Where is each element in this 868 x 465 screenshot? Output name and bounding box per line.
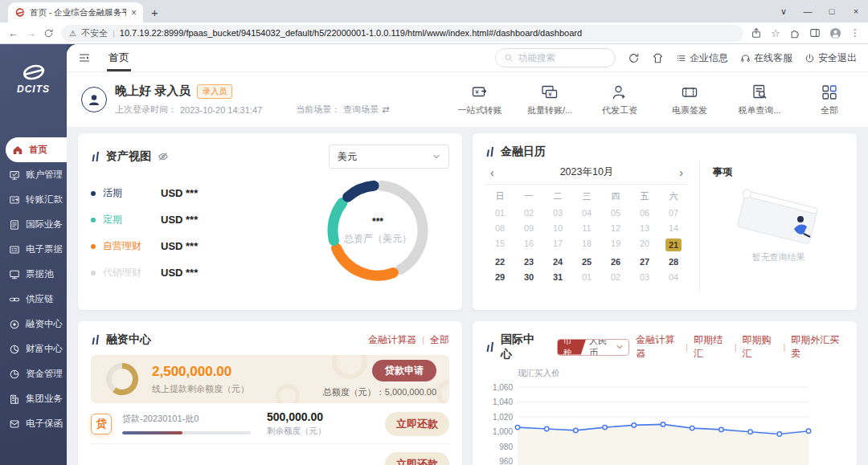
tab-home[interactable]: 首页 [107,44,131,71]
finance-calculator-link[interactable]: 金融计算器 [368,333,416,347]
intl-link-1[interactable]: 即期结汇 [694,333,729,361]
calendar-day[interactable]: 22 [485,257,514,267]
sidebar-item-group[interactable]: 集团业务 [0,386,67,411]
calendar-day[interactable]: 15 [485,239,514,251]
calendar-day[interactable]: 13 [630,223,659,233]
window-close-icon[interactable]: × [844,0,868,22]
function-search[interactable] [495,48,616,67]
calendar-day[interactable]: 05 [601,208,630,218]
calendar-day[interactable]: 04 [659,272,688,282]
refresh-icon[interactable] [628,52,640,64]
sidebar-item-accounts[interactable]: 账户管理 [0,162,67,187]
sidebar-item-bill-pool[interactable]: 票据池 [0,262,67,287]
calendar-day[interactable]: 07 [659,208,688,218]
calendar-day[interactable]: 08 [485,223,514,233]
financing-all-link[interactable]: 全部 [430,333,449,347]
loan-row-partial: 立即还款 [91,444,449,465]
sidebar-item-wealth[interactable]: 财富中心 [0,337,67,361]
calendar-day[interactable]: 01 [572,272,601,282]
sidebar-item-ebill[interactable]: 电子票据 [0,237,67,262]
sidebar-item-financing[interactable]: 融资中心 [0,312,67,337]
sidebar-item-guarantee[interactable]: 电子保函 [0,411,67,436]
calendar-day[interactable]: 29 [485,272,514,282]
quick-action-batch-transfer[interactable]: ¥批量转账/... [526,84,574,116]
share-icon[interactable] [751,27,762,39]
theme-skin-icon[interactable] [652,52,664,64]
intl-link-3[interactable]: 即期外汇买卖 [791,333,844,361]
calendar-day[interactable]: 26 [601,257,630,267]
sidebar-item-home[interactable]: 首页 [6,137,67,162]
calendar-day[interactable]: 03 [630,272,659,282]
address-bar[interactable]: ⚠ 不安全 | 10.7.19.22:8999/fpaas_bucket/941… [61,25,743,42]
calendar-day[interactable]: 17 [543,239,572,251]
repay-button[interactable]: 立即还款 [385,452,449,465]
intl-link-2[interactable]: 即期购汇 [743,333,778,361]
intl-links: 金融计算器|即期结汇|即期购汇|即期外汇买卖 [636,333,844,361]
calendar-day[interactable]: 14 [659,223,688,233]
window-dropdown-icon[interactable]: ∨ [772,0,796,22]
new-tab-button[interactable]: + [151,6,158,19]
calendar-day[interactable]: 01 [485,208,514,218]
sidebar-item-funds[interactable]: 资金管理 [0,361,67,386]
calendar-day[interactable]: 20 [630,239,659,251]
scene-switch-icon[interactable]: ⇄ [382,104,389,115]
tab-close-icon[interactable]: × [131,7,137,18]
calendar-day[interactable]: 16 [514,239,543,251]
sidebar-item-transfer[interactable]: ¥转账汇款 [0,187,67,212]
bookmark-star-icon[interactable]: ☆ [771,27,780,39]
loan-apply-button[interactable]: 贷款申请 [372,360,436,381]
calendar-day[interactable]: 23 [514,257,543,267]
calendar-day[interactable]: 25 [572,257,601,267]
calendar-day[interactable]: 30 [514,272,543,282]
browser-tab[interactable]: 首页 - 企业综合金融服务平台 × [8,2,143,22]
calendar-prev-icon[interactable]: ‹ [490,166,506,179]
reload-icon[interactable] [43,28,54,39]
greeting-text: 晚上好 录入员 [115,84,190,99]
calendar-day[interactable]: 06 [630,208,659,218]
calendar-day[interactable]: 27 [630,257,659,267]
enterprise-info-link[interactable]: 企业信息 [676,51,728,65]
logout-link[interactable]: 安全退出 [805,51,857,65]
intl-link-0[interactable]: 金融计算器 [636,333,680,361]
calendar-day[interactable]: 11 [572,223,601,233]
calendar-day[interactable]: 03 [543,208,572,218]
online-service-link[interactable]: 在线客服 [740,51,792,65]
calendar-next-icon[interactable]: › [667,166,683,179]
profile-avatar-icon[interactable] [829,27,841,39]
calendar-day[interactable]: 02 [601,272,630,282]
quick-action-payroll[interactable]: 代发工资 [596,84,644,116]
calendar-day[interactable]: 18 [572,239,601,251]
sidebar-item-international[interactable]: 国际业务 [0,212,67,237]
calendar-day[interactable]: 19 [601,239,630,251]
browser-menu-icon[interactable]: ⋮ [850,27,860,39]
security-label: 不安全 [81,27,108,39]
currency-select[interactable]: 美元 [329,145,449,169]
quick-action-ebill-issue[interactable]: 电票签发 [665,84,714,116]
calendar-day-selected[interactable]: 21 [665,239,682,251]
forward-icon[interactable]: → [26,27,36,39]
calendar-day[interactable]: 31 [543,272,572,282]
window-minimize-icon[interactable]: — [796,0,820,22]
search-input[interactable] [518,53,599,63]
calendar-day[interactable]: 24 [543,257,572,267]
side-panel-icon[interactable] [809,27,821,39]
sidebar-item-label: 供应链 [26,293,54,305]
currency-filter[interactable]: 币种 人民币 [557,339,629,356]
menu-fold-icon[interactable] [78,51,91,64]
calendar-day[interactable]: 28 [659,257,688,267]
extensions-puzzle-icon[interactable] [789,27,800,39]
calendar-day[interactable]: 09 [514,223,543,233]
repay-button[interactable]: 立即还款 [385,412,449,436]
quick-action-onestop-transfer[interactable]: ¥一站式转账 [456,84,504,116]
calendar-day[interactable]: 02 [514,208,543,218]
calendar-day[interactable]: 04 [572,208,601,218]
window-maximize-icon[interactable]: □ [820,0,844,22]
quick-action-all[interactable]: 全部 [805,84,854,116]
calendar-day[interactable]: 12 [601,223,630,233]
quick-action-tax-query[interactable]: 税单查询... [735,84,784,116]
back-icon[interactable]: ← [8,27,18,39]
calendar-day[interactable]: 10 [543,223,572,233]
eye-off-icon[interactable] [158,151,169,162]
sidebar-item-supply-chain[interactable]: 供应链 [0,287,67,312]
weekday-label: 日 [485,190,514,202]
